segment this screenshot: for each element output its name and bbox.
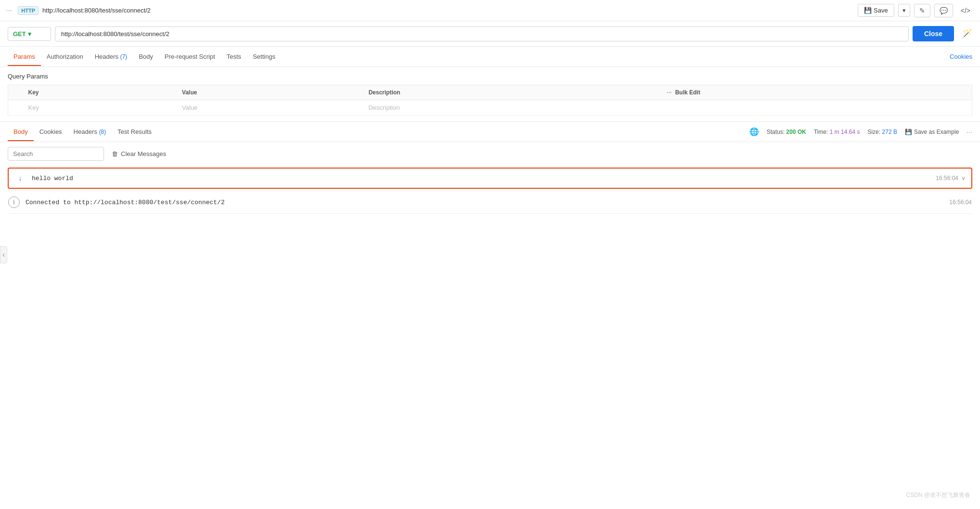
comment-icon: 💬 [940,7,948,14]
edit-icon-button[interactable]: ✎ [914,4,930,17]
desc-col-header: Description [363,85,661,100]
response-tab-headers-label: Headers [74,128,97,135]
value-cell[interactable]: Value [176,100,363,116]
more-options-icon[interactable]: ··· [967,128,972,136]
tab-settings[interactable]: Settings [247,48,281,66]
size-value: 272 B [882,129,897,135]
method-label: GET [13,30,26,38]
size-label: Size: 272 B [868,129,897,135]
watermark: CSDN @谁不想飞舞青春 [906,491,970,499]
edit-icon: ✎ [919,7,925,14]
request-tabs: Params Authorization Headers (7) Body Pr… [0,47,980,67]
status-label: Status: 200 OK [767,129,806,135]
method-select[interactable]: GET ▾ [8,27,51,41]
tab-params-label: Params [13,53,35,60]
response-tab-body[interactable]: Body [8,123,34,141]
top-bar: ··· HTTP http://localhost:8080/test/sse/… [0,0,980,21]
url-input[interactable] [55,26,909,41]
message-time: 16:56:04 [949,199,972,206]
save-button[interactable]: 💾 Save [858,4,894,17]
close-button[interactable]: Close [913,26,954,41]
message-separator [8,213,972,214]
close-label: Close [924,30,942,38]
params-table: Key Value Description ··· Bulk Edit Key … [8,85,972,116]
time-label: Time: 1 m 14.64 s [814,129,860,135]
row-checkbox-cell[interactable] [8,100,23,116]
search-area: 🗑 Clear Messages [0,142,980,166]
save-example-icon: 💾 [905,129,912,135]
globe-icon: 🌐 [749,127,759,136]
message-row: i Connected to http://localhost:8080/tes… [8,191,972,213]
url-bar: GET ▾ Close 🪄 [0,21,980,47]
response-tab-cookies-label: Cookies [39,128,62,135]
bulk-edit-dots-icon: ··· [667,89,672,96]
tab-tests[interactable]: Tests [221,48,247,66]
save-as-example-button[interactable]: 💾 Save as Example [905,129,959,135]
message-content: Connected to http://localhost:8080/test/… [26,199,949,206]
top-actions: 💾 Save ▾ ✎ 💬 </> [858,4,974,17]
response-tab-headers-count: (8) [99,129,106,135]
save-label: Save [874,7,888,14]
trash-icon: 🗑 [112,150,118,157]
chevron-down-icon[interactable]: ∨ [961,175,966,182]
code-icon: </> [961,7,970,14]
bulk-edit-label: Bulk Edit [675,89,700,96]
http-badge: HTTP [18,6,39,15]
search-input-wrap [8,147,104,161]
key-cell[interactable]: Key [23,100,176,116]
response-tabs: Body Cookies Headers (8) Test Results 🌐 … [0,122,980,142]
response-tab-test-results-label: Test Results [118,128,152,135]
watermark-text: CSDN @谁不想飞舞青春 [906,492,970,498]
download-icon: ↓ [14,172,26,184]
messages-list: ↓ hello world 16:56:04 ∨ i Connected to … [0,168,980,214]
key-col-header: Key [23,85,176,100]
query-params-section: Query Params Key Value Description ··· B… [0,67,980,121]
tab-tests-label: Tests [227,53,241,60]
tab-authorization-label: Authorization [47,53,83,60]
check-col-header [8,85,23,100]
tab-body-label: Body [139,53,153,60]
time-value: 1 m 14.64 s [830,129,860,135]
save-icon: 💾 [864,7,872,14]
search-input[interactable] [8,147,104,161]
save-example-label: Save as Example [914,129,959,135]
response-tab-cookies[interactable]: Cookies [34,123,68,141]
message-content: hello world [32,175,936,182]
query-params-title: Query Params [8,73,972,80]
method-dropdown-icon: ▾ [28,30,31,38]
tab-pre-request[interactable]: Pre-request Script [159,48,221,66]
desc-cell[interactable]: Description [363,100,661,116]
tab-authorization[interactable]: Authorization [41,48,89,66]
tab-headers-label: Headers [95,53,118,60]
tab-body[interactable]: Body [133,48,159,66]
clear-messages-button[interactable]: 🗑 Clear Messages [112,150,166,157]
response-status-bar: 🌐 Status: 200 OK Time: 1 m 14.64 s Size:… [749,127,972,136]
comment-icon-button[interactable]: 💬 [934,4,953,17]
response-tab-test-results[interactable]: Test Results [112,123,157,141]
magic-wand-icon[interactable]: 🪄 [962,28,972,39]
response-tab-headers[interactable]: Headers (8) [68,123,112,141]
save-dropdown-button[interactable]: ▾ [898,4,910,17]
top-bar-url: http://localhost:8080/test/sse/connect/2 [42,7,858,14]
dots-menu-icon[interactable]: ··· [6,6,12,15]
value-col-header: Value [176,85,363,100]
left-panel-toggle[interactable]: ‹ [0,246,7,263]
left-arrow-icon: ‹ [2,250,5,259]
tab-settings-label: Settings [253,53,275,60]
bulk-edit-col-header[interactable]: ··· Bulk Edit [661,85,972,100]
time-text: 16:56:04 [949,199,972,206]
code-button[interactable]: </> [957,4,974,17]
time-text: 16:56:04 [936,175,958,182]
clear-messages-label: Clear Messages [121,150,166,157]
message-time: 16:56:04 ∨ [936,175,966,182]
tab-headers[interactable]: Headers (7) [89,48,133,66]
response-tab-body-label: Body [13,128,28,135]
tab-params[interactable]: Params [8,48,41,66]
cookies-link[interactable]: Cookies [950,53,972,60]
tab-headers-count: (7) [120,53,127,60]
message-row[interactable]: ↓ hello world 16:56:04 ∨ [8,168,972,189]
tab-pre-request-label: Pre-request Script [165,53,215,60]
status-value: 200 OK [786,129,806,135]
info-icon: i [8,196,20,208]
table-row: Key Value Description [8,100,972,116]
